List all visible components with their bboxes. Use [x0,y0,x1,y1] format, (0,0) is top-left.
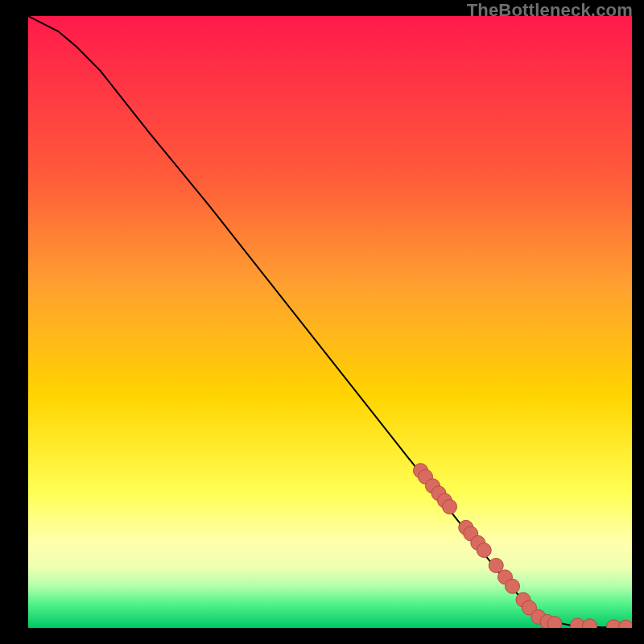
bottleneck-curve [28,16,632,627]
watermark-text: TheBottleneck.com [467,0,633,21]
data-marker [443,500,457,514]
plot-layer [28,16,632,628]
data-marker [489,558,503,572]
data-marker [506,579,520,593]
marker-group [414,464,633,628]
data-marker [477,543,491,557]
data-marker [619,620,633,628]
data-marker [547,617,562,628]
chart-frame: TheBottleneck.com [0,0,644,644]
plot-area [28,16,632,628]
data-marker [583,619,597,628]
